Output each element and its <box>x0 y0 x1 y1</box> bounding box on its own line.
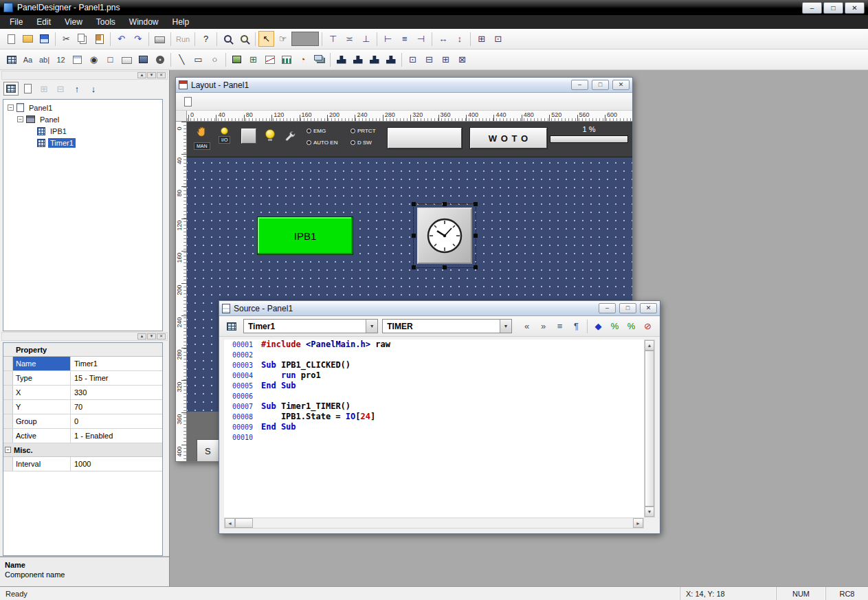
property-name[interactable]: Name <box>13 357 71 370</box>
layout-close-button[interactable]: ✕ <box>612 80 630 90</box>
gauge-component-button[interactable]: ◔ <box>295 52 311 67</box>
source-close-button[interactable]: ✕ <box>640 303 657 313</box>
radio-prtct[interactable]: PRTCT <box>350 128 389 134</box>
run-check-button[interactable]: % <box>623 318 639 334</box>
layout-maximize-button[interactable]: □ <box>592 80 609 90</box>
scroll-left-icon[interactable]: ◄ <box>225 518 235 528</box>
resize-handle[interactable] <box>474 265 478 269</box>
property-name[interactable]: X <box>13 386 71 399</box>
code-line[interactable]: 00005End Sub <box>224 381 644 391</box>
collapse-all-button[interactable]: ⊟ <box>53 82 68 96</box>
property-row-x[interactable]: X330 <box>3 386 162 400</box>
rect-tool-button[interactable]: ▭ <box>190 52 206 67</box>
help-button[interactable]: ? <box>198 31 214 47</box>
property-row-y[interactable]: Y70 <box>3 400 162 414</box>
font-label-button[interactable]: Aa <box>20 52 36 67</box>
property-name[interactable]: Type <box>13 371 71 385</box>
align-center-button[interactable]: ≡ <box>397 31 412 47</box>
property-value[interactable]: 1 - Enabled <box>71 429 162 443</box>
minimize-button[interactable]: – <box>802 2 822 14</box>
text-field-button[interactable]: ab| <box>36 52 52 67</box>
expand-all-button[interactable]: ⊞ <box>36 82 52 96</box>
radio-d-sw[interactable]: D SW <box>350 140 389 146</box>
compile-button[interactable]: ◆ <box>590 318 606 334</box>
property-value[interactable]: 70 <box>71 400 162 414</box>
panel-gray-button[interactable] <box>241 129 256 144</box>
tree-item-timer1[interactable]: Timer1 <box>3 137 162 148</box>
resize-handle[interactable] <box>474 202 478 206</box>
image-button-button[interactable] <box>135 52 151 67</box>
ipb1-button[interactable]: IPB1 <box>257 216 353 255</box>
picture-box-button[interactable] <box>229 52 245 67</box>
scrollbar-thumb[interactable] <box>235 518 253 528</box>
radio-component-button[interactable]: ◉ <box>86 52 102 67</box>
property-value[interactable]: 1000 <box>71 457 162 471</box>
tree-item-panel1[interactable]: −Panel1 <box>3 102 162 113</box>
code-line[interactable]: 00010 <box>224 432 644 443</box>
code-line[interactable]: 00002 <box>224 350 644 360</box>
line-tool-button[interactable]: ╲ <box>174 52 190 67</box>
property-group[interactable]: −Misc. <box>3 443 162 457</box>
tool-control[interactable] <box>283 129 297 146</box>
align-bottom-button[interactable]: ⊥ <box>358 31 374 47</box>
group-expander-icon[interactable]: − <box>5 447 11 453</box>
align-right-button[interactable]: ⊣ <box>413 31 429 47</box>
source-window-titlebar[interactable]: Source - Panel1 – □ ✕ <box>219 301 660 316</box>
io-block-4-button[interactable]: ⊠ <box>454 52 470 67</box>
align-middle-button[interactable]: ≍ <box>342 31 357 47</box>
resize-handle[interactable] <box>412 234 416 238</box>
syntax-check-button[interactable]: % <box>607 318 623 334</box>
resize-handle[interactable] <box>443 202 447 206</box>
code-line[interactable]: 00008 IPB1.State = IO[24] <box>224 412 644 422</box>
code-line[interactable]: 00006 <box>224 391 644 401</box>
open-file-button[interactable] <box>20 31 36 47</box>
panel-component-button[interactable] <box>3 52 19 67</box>
code-line[interactable]: 00001#include <PanelMain.h> raw <box>224 340 644 350</box>
copy-button[interactable] <box>75 31 91 47</box>
edit-box-button[interactable] <box>69 52 85 67</box>
io-control[interactable]: I/O <box>219 127 230 144</box>
menu-help[interactable]: Help <box>166 16 197 28</box>
menu-window[interactable]: Window <box>122 16 166 28</box>
format-list-button[interactable]: ¶ <box>568 318 584 334</box>
pane-scroll-down-button[interactable]: ▼ <box>147 72 156 78</box>
source-maximize-button[interactable]: □ <box>619 303 636 313</box>
property-name[interactable]: Y <box>13 400 71 414</box>
paste-button[interactable] <box>91 31 107 47</box>
code-editor[interactable]: 00001#include <PanelMain.h> raw000020000… <box>224 340 644 518</box>
maximize-button[interactable]: □ <box>823 2 843 14</box>
run-button[interactable]: Run <box>174 31 192 47</box>
bar-graph-button[interactable] <box>278 52 294 67</box>
property-row-group[interactable]: Group0 <box>3 414 162 429</box>
code-line[interactable]: 00004 run pro1 <box>224 370 644 381</box>
align-top-button[interactable]: ⊤ <box>325 31 341 47</box>
property-value[interactable]: 0 <box>71 414 162 428</box>
property-name[interactable]: Active <box>13 429 71 443</box>
step-block-4-button[interactable] <box>383 52 399 67</box>
checkbox-component-button[interactable]: □ <box>102 52 118 67</box>
align-left-button[interactable]: ⊢ <box>380 31 396 47</box>
chevron-down-icon[interactable]: ▼ <box>366 320 377 333</box>
select-tool-button[interactable]: ↖ <box>258 31 274 47</box>
pane-close-button[interactable]: ✕ <box>157 72 166 78</box>
object-combo[interactable]: Timer1 ▼ <box>243 319 378 333</box>
push-button-button[interactable] <box>119 52 135 67</box>
clear-errors-button[interactable]: ⊘ <box>640 318 656 334</box>
resize-handle[interactable] <box>412 202 416 206</box>
scroll-down-icon[interactable]: ▼ <box>645 507 654 517</box>
gear-component-button[interactable] <box>152 52 168 67</box>
panel-view-button[interactable] <box>3 82 19 96</box>
grid-snap-button[interactable]: ⊡ <box>490 31 506 47</box>
table-component-button[interactable]: ⊞ <box>245 52 261 67</box>
scrollbar-thumb[interactable] <box>645 351 654 507</box>
property-row-type[interactable]: Type15 - Timer <box>3 371 162 386</box>
timer1-component[interactable] <box>414 204 476 267</box>
layout-window-titlebar[interactable]: Layout - Panel1 – □ ✕ <box>176 78 632 93</box>
undo-button[interactable]: ↶ <box>113 31 129 47</box>
redo-button[interactable]: ↷ <box>130 31 146 47</box>
pane-scroll-up-button[interactable]: ▲ <box>137 333 146 340</box>
property-value[interactable]: 15 - Timer <box>71 371 162 385</box>
property-row-name[interactable]: NameTimer1 <box>3 357 162 371</box>
indent-button[interactable]: » <box>535 318 551 334</box>
close-button[interactable]: ✕ <box>845 2 865 14</box>
